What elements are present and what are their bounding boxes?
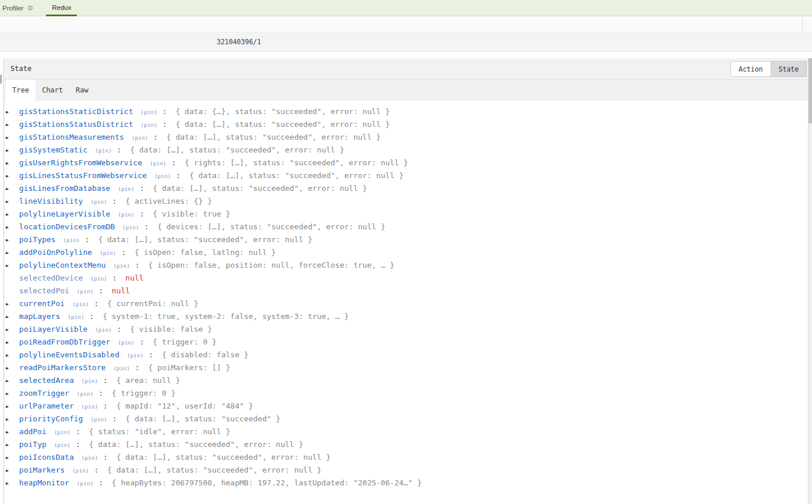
state-key[interactable]: currentPoi (19, 299, 65, 308)
state-key[interactable]: urlParameter (19, 402, 74, 410)
scrollbar-thumb[interactable] (809, 58, 812, 123)
tree-row[interactable]: ▶ heapMonitor (pin) : { heapBytes: 20679… (6, 477, 812, 489)
pin-link[interactable]: (pin) (118, 211, 135, 218)
tree-row[interactable]: ▶ poiMarkers (pin) : { data: […], status… (6, 464, 812, 477)
tree-row[interactable]: ▶ gisStationsStatusDistrict (pin) : { da… (6, 118, 812, 131)
expand-arrow-icon[interactable]: ▶ (6, 413, 15, 426)
pin-link[interactable]: (pin) (113, 262, 130, 269)
pin-link[interactable]: (pin) (63, 237, 80, 243)
tree-row[interactable]: ▶ selectedDevice (pin) : null (6, 272, 812, 285)
pin-link[interactable]: (pin) (132, 134, 149, 141)
tree-row[interactable]: ▶ polylineLayerVisible (pin) : { visible… (6, 208, 812, 221)
state-key[interactable]: selectedDevice (19, 274, 83, 282)
panel-resizer[interactable] (0, 58, 4, 504)
state-key[interactable]: addPoiOnPolyline (19, 248, 92, 257)
tree-row[interactable]: ▶ addPoi (pin) : { status: "idle", error… (6, 425, 812, 438)
state-key[interactable]: poiLayerVisible (19, 325, 87, 333)
tree-row[interactable]: ▶ currentPoi (pin) : { currentPoi: null … (6, 297, 812, 310)
state-key[interactable]: poiTypes (19, 235, 56, 244)
pin-link[interactable]: (pin) (90, 198, 107, 205)
expand-arrow-icon[interactable]: ▶ (6, 119, 15, 132)
expand-arrow-icon[interactable]: ▶ (6, 132, 15, 144)
tree-row[interactable]: ▶ polylineContextMenu (pin) : { isOpen: … (6, 259, 812, 272)
expand-arrow-icon[interactable]: ▶ (6, 144, 15, 157)
state-key[interactable]: poiIconsData (19, 453, 74, 462)
expand-arrow-icon[interactable]: ▶ (6, 247, 15, 260)
tree-row[interactable]: ▶ poiTypes (pin) : { data: […], status: … (6, 233, 812, 246)
expand-arrow-icon[interactable]: ▶ (6, 170, 15, 183)
expand-arrow-icon[interactable]: ▶ (6, 106, 15, 119)
pin-link[interactable]: (pin) (68, 314, 84, 320)
state-key[interactable]: selectedPoi (19, 286, 69, 295)
state-key[interactable]: readPoiMarkersStore (19, 363, 106, 372)
tree-row[interactable]: ▶ locationDevicesFromDB (pin) : { device… (6, 221, 812, 233)
tree-row[interactable]: ▶ poiTyp (pin) : { data: […], status: "s… (6, 438, 812, 451)
pin-link[interactable]: (pin) (77, 480, 94, 487)
state-key[interactable]: polylineEventsDisabled (19, 350, 119, 359)
tree-row[interactable]: ▶ gisLinesFromDatabase (pin) : { data: [… (6, 182, 812, 195)
state-key[interactable]: gisSystemStatic (19, 145, 87, 154)
pin-link[interactable]: (pin) (118, 186, 135, 192)
pin-link[interactable]: (pin) (54, 429, 71, 435)
tab-chart[interactable]: Chart (36, 80, 69, 101)
state-key[interactable]: polylineLayerVisible (19, 210, 111, 218)
expand-arrow-icon[interactable]: ▶ (6, 452, 15, 464)
tree-row[interactable]: ▶ gisLinesStatusFromWebservice (pin) : {… (6, 169, 812, 182)
expand-arrow-icon[interactable]: ▶ (6, 349, 15, 362)
expand-arrow-icon[interactable]: ▶ (6, 464, 15, 477)
pin-link[interactable]: (pin) (90, 416, 107, 423)
tree-row[interactable]: ▶ poiReadFromDbTrigger (pin) : { trigger… (6, 336, 812, 349)
state-key[interactable]: heapMonitor (19, 478, 69, 487)
state-key[interactable]: selectedArea (19, 376, 74, 385)
pin-link[interactable]: (pin) (77, 391, 94, 397)
state-key[interactable]: polylineContextMenu (19, 261, 106, 269)
expand-arrow-icon[interactable]: ▶ (6, 362, 15, 375)
expand-arrow-icon[interactable]: ▶ (6, 260, 15, 272)
state-key[interactable]: gisStationsMeasurements (19, 133, 124, 141)
pin-link[interactable]: (pin) (82, 455, 98, 461)
tree-row[interactable]: ▶ urlParameter (pin) : { mapId: "12", us… (6, 400, 812, 413)
expand-arrow-icon[interactable]: ▶ (6, 311, 15, 324)
pin-link[interactable]: (pin) (113, 365, 130, 371)
pin-link[interactable]: (pin) (90, 275, 107, 282)
state-key[interactable]: gisLinesStatusFromWebservice (19, 171, 147, 180)
expand-arrow-icon[interactable]: ▶ (6, 196, 15, 208)
tab-profiler[interactable]: Profiler ⚙ (0, 0, 39, 16)
pin-link[interactable]: (pin) (82, 378, 98, 384)
pin-link[interactable]: (pin) (140, 109, 157, 115)
tree-row[interactable]: ▶ poiLayerVisible (pin) : { visible: fal… (6, 323, 812, 336)
pin-link[interactable]: (pin) (82, 403, 98, 410)
state-button[interactable]: State (771, 61, 807, 77)
expand-arrow-icon[interactable]: ▶ (6, 426, 15, 439)
pin-link[interactable]: (pin) (154, 173, 171, 179)
gear-icon[interactable]: ⚙ (27, 5, 33, 12)
expand-arrow-icon[interactable]: ▶ (6, 375, 15, 388)
tree-row[interactable]: ▶ readPoiMarkersStore (pin) : { poiMarke… (6, 361, 812, 374)
pin-link[interactable]: (pin) (140, 122, 157, 128)
state-key[interactable]: gisStationsStaticDistrict (19, 107, 133, 116)
expand-arrow-icon[interactable]: ▶ (6, 183, 15, 196)
pin-link[interactable]: (pin) (118, 339, 135, 346)
tree-row[interactable]: ▶ selectedPoi (pin) : null (6, 285, 812, 297)
pin-link[interactable]: (pin) (72, 301, 89, 307)
tree-row[interactable]: ▶ lineVisibility (pin) : { activeLines: … (6, 195, 812, 208)
pin-link[interactable]: (pin) (72, 467, 89, 474)
state-key[interactable]: poiMarkers (19, 466, 65, 474)
tree-row[interactable]: ▶ zoomTrigger (pin) : { trigger: 0 } (6, 387, 812, 400)
pin-link[interactable]: (pin) (122, 224, 139, 230)
state-key[interactable]: poiTyp (19, 440, 47, 449)
tab-redux[interactable]: Redux (46, 0, 77, 16)
pin-link[interactable]: (pin) (100, 250, 116, 256)
expand-arrow-icon[interactable]: ▶ (6, 477, 15, 490)
expand-arrow-icon[interactable]: ▶ (6, 400, 15, 413)
pin-link[interactable]: (pin) (77, 288, 94, 294)
state-key[interactable]: gisUserRightsFromWebservice (19, 158, 142, 167)
tree-row[interactable]: ▶ gisUserRightsFromWebservice (pin) : { … (6, 157, 812, 169)
expand-arrow-icon[interactable]: ▶ (6, 221, 15, 234)
pin-link[interactable]: (pin) (95, 326, 112, 333)
expand-arrow-icon[interactable]: ▶ (6, 336, 15, 349)
resizer-handle[interactable] (0, 74, 2, 84)
state-key[interactable]: zoomTrigger (19, 389, 69, 397)
state-key[interactable]: priorityConfig (19, 414, 83, 423)
tree-row[interactable]: ▶ addPoiOnPolyline (pin) : { isOpen: fal… (6, 246, 812, 259)
